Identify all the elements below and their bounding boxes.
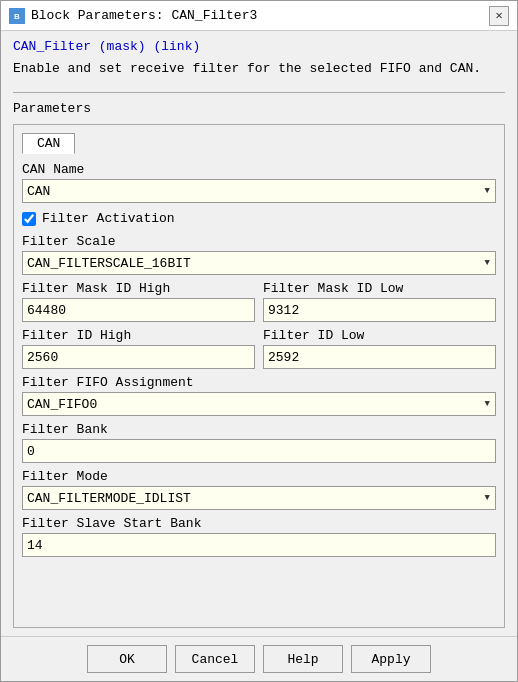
svg-text:B: B — [14, 12, 20, 21]
apply-button[interactable]: Apply — [351, 645, 431, 673]
close-button[interactable]: ✕ — [489, 6, 509, 26]
can-name-label: CAN Name — [22, 162, 496, 177]
filter-scale-label: Filter Scale — [22, 234, 496, 249]
tab-can[interactable]: CAN — [22, 133, 75, 154]
divider — [13, 92, 505, 93]
filter-activation-label: Filter Activation — [42, 211, 175, 226]
filter-slave-field: Filter Slave Start Bank — [22, 516, 496, 557]
content-area: CAN_Filter (mask) (link) Enable and set … — [1, 31, 517, 636]
parameters-label: Parameters — [13, 101, 505, 116]
filter-activation-row: Filter Activation — [22, 211, 496, 226]
filter-id-low-input[interactable] — [263, 345, 496, 369]
filter-scale-select-wrapper: CAN_FILTERSCALE_16BIT — [22, 251, 496, 275]
filter-scale-select[interactable]: CAN_FILTERSCALE_16BIT — [22, 251, 496, 275]
mask-id-row: Filter Mask ID High Filter Mask ID Low — [22, 281, 496, 322]
help-button[interactable]: Help — [263, 645, 343, 673]
filter-slave-input[interactable] — [22, 533, 496, 557]
main-window: B Block Parameters: CAN_Filter3 ✕ CAN_Fi… — [0, 0, 518, 682]
filter-mask-id-high-field: Filter Mask ID High — [22, 281, 255, 322]
footer: OK Cancel Help Apply — [1, 636, 517, 681]
mask-link[interactable]: CAN_Filter (mask) (link) — [13, 39, 505, 54]
filter-fifo-select-wrapper: CAN_FIFO0 — [22, 392, 496, 416]
filter-mask-id-low-label: Filter Mask ID Low — [263, 281, 496, 296]
filter-fifo-select[interactable]: CAN_FIFO0 — [22, 392, 496, 416]
title-bar: B Block Parameters: CAN_Filter3 ✕ — [1, 1, 517, 31]
filter-mode-field: Filter Mode CAN_FILTERMODE_IDLIST — [22, 469, 496, 510]
cancel-button[interactable]: Cancel — [175, 645, 255, 673]
filter-bank-label: Filter Bank — [22, 422, 496, 437]
form-area: CAN Name CAN Filter Activation Filter Sc… — [22, 162, 496, 557]
can-name-field: CAN Name CAN — [22, 162, 496, 203]
can-name-select-wrapper: CAN — [22, 179, 496, 203]
filter-bank-input[interactable] — [22, 439, 496, 463]
filter-scale-field: Filter Scale CAN_FILTERSCALE_16BIT — [22, 234, 496, 275]
filter-id-high-input[interactable] — [22, 345, 255, 369]
filter-mask-id-high-input[interactable] — [22, 298, 255, 322]
description-text: Enable and set receive filter for the se… — [13, 60, 505, 78]
can-name-select[interactable]: CAN — [22, 179, 496, 203]
filter-mask-id-high-label: Filter Mask ID High — [22, 281, 255, 296]
filter-mode-select-wrapper: CAN_FILTERMODE_IDLIST — [22, 486, 496, 510]
filter-id-row: Filter ID High Filter ID Low — [22, 328, 496, 369]
filter-mask-id-low-input[interactable] — [263, 298, 496, 322]
filter-activation-checkbox[interactable] — [22, 212, 36, 226]
filter-mask-id-low-field: Filter Mask ID Low — [263, 281, 496, 322]
title-bar-left: B Block Parameters: CAN_Filter3 — [9, 8, 257, 24]
window-title: Block Parameters: CAN_Filter3 — [31, 8, 257, 23]
filter-mode-select[interactable]: CAN_FILTERMODE_IDLIST — [22, 486, 496, 510]
filter-id-high-label: Filter ID High — [22, 328, 255, 343]
filter-id-low-label: Filter ID Low — [263, 328, 496, 343]
filter-slave-label: Filter Slave Start Bank — [22, 516, 496, 531]
filter-bank-field: Filter Bank — [22, 422, 496, 463]
filter-fifo-label: Filter FIFO Assignment — [22, 375, 496, 390]
filter-id-high-field: Filter ID High — [22, 328, 255, 369]
filter-fifo-field: Filter FIFO Assignment CAN_FIFO0 — [22, 375, 496, 416]
ok-button[interactable]: OK — [87, 645, 167, 673]
filter-mode-label: Filter Mode — [22, 469, 496, 484]
tab-bar: CAN — [22, 133, 496, 154]
filter-id-low-field: Filter ID Low — [263, 328, 496, 369]
parameters-box: CAN CAN Name CAN Filter Activation — [13, 124, 505, 628]
window-icon: B — [9, 8, 25, 24]
